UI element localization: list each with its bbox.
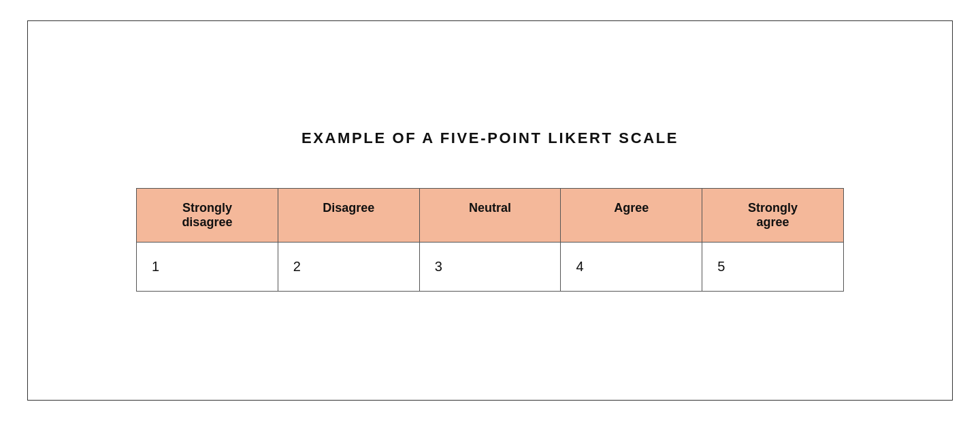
likert-scale-table: Stronglydisagree Disagree Neutral Agree …: [136, 188, 844, 292]
value-5: 5: [702, 243, 844, 292]
page-title: EXAMPLE OF A FIVE-POINT LIKERT SCALE: [301, 129, 679, 147]
value-4: 4: [561, 243, 702, 292]
header-agree: Agree: [561, 189, 702, 243]
header-disagree: Disagree: [278, 189, 419, 243]
value-2: 2: [278, 243, 419, 292]
header-neutral: Neutral: [419, 189, 561, 243]
header-strongly-agree: Stronglyagree: [702, 189, 844, 243]
value-3: 3: [419, 243, 561, 292]
value-1: 1: [137, 243, 278, 292]
main-container: EXAMPLE OF A FIVE-POINT LIKERT SCALE Str…: [27, 20, 953, 401]
table-row: 1 2 3 4 5: [137, 243, 844, 292]
header-strongly-disagree: Stronglydisagree: [137, 189, 278, 243]
table-header-row: Stronglydisagree Disagree Neutral Agree …: [137, 189, 844, 243]
